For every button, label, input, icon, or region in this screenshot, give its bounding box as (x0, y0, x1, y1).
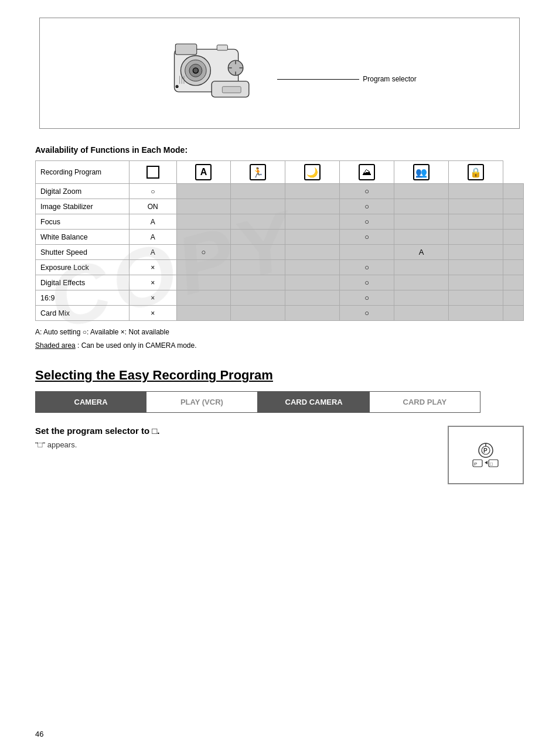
table-row-value (285, 306, 340, 321)
program-selector-label: Program selector (363, 75, 416, 83)
table-note-1: A: Auto setting ○: Available ×: Not avai… (35, 327, 524, 338)
instruction-section: Set the program selector to □. "□" appea… (35, 426, 524, 484)
table-row-value: ○ (340, 230, 394, 245)
section-title: Selecting the Easy Recording Program (35, 368, 524, 383)
table-row-default: × (129, 290, 177, 306)
table-row-value (231, 230, 285, 245)
table-row-value (231, 290, 285, 306)
table-row-value (176, 260, 231, 275)
table-row-value (448, 214, 503, 230)
mode-button-cardplay[interactable]: CARD PLAY (370, 392, 480, 412)
table-row-default: A (129, 230, 177, 245)
mode-bar: CAMERAPLAY (VCR)CARD CAMERACARD PLAY (35, 391, 480, 413)
table-row-value (503, 184, 523, 199)
table-icon-square (129, 161, 177, 184)
table-row-value (503, 260, 523, 275)
table-row-value (503, 199, 523, 214)
table-row-value (448, 230, 503, 245)
table-row-value (448, 245, 503, 260)
cam-display-inner: P P □ (470, 442, 502, 468)
table-row-value (503, 290, 523, 306)
table-row-value (503, 214, 523, 230)
table-row-default: A (129, 245, 177, 260)
table-icon-night: 🌙 (285, 161, 340, 184)
table-row-value (285, 199, 340, 214)
shaded-area-note: : Can be used only in CAMERA mode. (77, 341, 196, 350)
svg-marker-24 (485, 461, 488, 464)
camera-diagram: Program selector (142, 32, 416, 114)
table-row-value (176, 199, 231, 214)
instruction-text-block: Set the program selector to □. "□" appea… (35, 426, 430, 449)
table-row-default: A (129, 214, 177, 230)
table-row-value (448, 275, 503, 290)
table-row-value (448, 290, 503, 306)
table-row-name: Exposure Lock (36, 260, 129, 275)
table-row-value (503, 230, 523, 245)
shaded-area-label: Shaded area (35, 341, 76, 350)
table-row-default: × (129, 275, 177, 290)
table-row-value (285, 230, 340, 245)
table-row-value (285, 245, 340, 260)
table-row-value (231, 245, 285, 260)
table-row-value (448, 199, 503, 214)
table-row-value (285, 275, 340, 290)
table-row-value: ○ (176, 245, 231, 260)
table-icon-snow: ⛰ (340, 161, 394, 184)
svg-rect-13 (223, 87, 241, 93)
table-row-name: White Balance (36, 230, 129, 245)
instruction-sub: "□" appears. (35, 440, 430, 449)
availability-table: Recording Program A 🏃 🌙 ⛰ 👥 (35, 160, 524, 321)
table-row-value (231, 306, 285, 321)
table-row-name: Digital Zoom (36, 184, 129, 199)
table-row-value (394, 184, 449, 199)
table-row-value (285, 260, 340, 275)
svg-point-14 (176, 85, 179, 88)
table-row-value (285, 290, 340, 306)
cam-preview-icon: P P □ (470, 442, 502, 468)
table-row-value: ○ (340, 214, 394, 230)
table-row-name: Digital Effects (36, 275, 129, 290)
table-row-value (503, 245, 523, 260)
table-row-value (340, 245, 394, 260)
table-row-value (448, 184, 503, 199)
table-row-value (176, 214, 231, 230)
mode-button-camera[interactable]: CAMERA (36, 392, 146, 412)
camera-svg (142, 32, 260, 114)
table-row-value: ○ (340, 290, 394, 306)
table-row-default: × (129, 260, 177, 275)
table-row-value (285, 214, 340, 230)
table-row-value: ○ (340, 260, 394, 275)
table-row-name: Shutter Speed (36, 245, 129, 260)
table-row-value (176, 275, 231, 290)
table-row-value (394, 214, 449, 230)
mode-button-playvcr[interactable]: PLAY (VCR) (146, 392, 257, 412)
table-row-value (448, 306, 503, 321)
table-icon-portrait: 👥 (394, 161, 449, 184)
table-row-default: ○ (129, 184, 177, 199)
table-row-name: Image Stabilizer (36, 199, 129, 214)
table-row-name: 16:9 (36, 290, 129, 306)
table-row-value: ○ (340, 275, 394, 290)
table-row-value (394, 306, 449, 321)
svg-text:P: P (483, 447, 488, 454)
table-row-value (176, 306, 231, 321)
table-row-value (231, 214, 285, 230)
table-row-value (394, 290, 449, 306)
table-row-value (176, 290, 231, 306)
svg-point-4 (193, 68, 199, 73)
table-row-value: ○ (340, 184, 394, 199)
table-row-value (394, 199, 449, 214)
table-row-default: ON (129, 199, 177, 214)
table-icon-a: A (176, 161, 231, 184)
table-row-name: Focus (36, 214, 129, 230)
availability-heading: Availability of Functions in Each Mode: (35, 145, 524, 155)
instruction-main: Set the program selector to □. (35, 426, 430, 436)
table-row-value (448, 260, 503, 275)
table-row-value (231, 199, 285, 214)
table-row-value (285, 184, 340, 199)
mode-button-cardcamera[interactable]: CARD CAMERA (259, 392, 370, 412)
table-row-value (176, 230, 231, 245)
page-number: 46 (35, 730, 43, 738)
table-icon-person: 🔒 (448, 161, 503, 184)
table-row-value: ○ (340, 199, 394, 214)
